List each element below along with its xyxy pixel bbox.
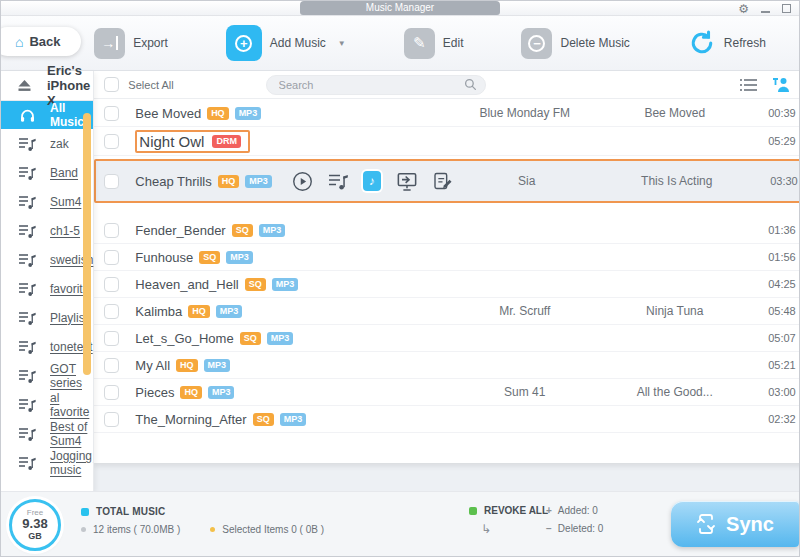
sidebar-item-playlist[interactable]: Playlist [1, 303, 93, 332]
playlist-icon [19, 166, 36, 180]
sidebar-item-jogging-music[interactable]: Jogging music [1, 448, 93, 477]
export-label: Export [133, 36, 168, 50]
search-input[interactable] [279, 79, 464, 91]
song-title: Cheap Thrills [135, 174, 211, 189]
sidebar-item-swedish[interactable]: swedish [1, 245, 93, 274]
send-to-device-icon[interactable]: ♪ [363, 171, 381, 191]
toolbar: ⌂ Back → Export + Add Music ▼ ✎ Edit − D… [1, 16, 799, 71]
refresh-label: Refresh [724, 36, 766, 50]
maximize-icon[interactable] [782, 4, 791, 13]
sync-button[interactable]: Sync [671, 501, 799, 547]
song-album: Bee Moved [600, 106, 750, 120]
song-row[interactable]: Heaven_and_Hell SQ MP3 04:25 [94, 271, 800, 298]
row-checkbox[interactable] [104, 250, 119, 265]
song-title: Kalimba [135, 304, 182, 319]
row-checkbox[interactable] [104, 358, 119, 373]
row-checkbox[interactable] [104, 106, 119, 121]
titlebar: Music Manager ⚙ [1, 1, 799, 16]
export-to-pc-icon[interactable] [396, 171, 418, 191]
song-duration: 05:07 [750, 332, 796, 344]
format-badge: MP3 [259, 224, 286, 237]
settings-gear-icon[interactable]: ⚙ [738, 3, 749, 15]
song-duration: 00:39 [750, 107, 796, 119]
list-view-icon[interactable] [740, 78, 757, 92]
format-badge: MP3 [226, 251, 253, 264]
song-row[interactable]: Night Owl DRM 05:29 [94, 127, 800, 156]
export-button[interactable]: → Export [94, 28, 168, 59]
song-duration: 05:48 [750, 305, 796, 317]
row-checkbox[interactable] [104, 134, 119, 149]
playlist-icon [19, 456, 36, 470]
minimize-icon[interactable] [761, 11, 770, 13]
sidebar-item-favorite[interactable]: favorite [1, 274, 93, 303]
chevron-down-icon[interactable]: ▼ [338, 39, 346, 48]
quality-badge: HQ [207, 107, 229, 120]
sidebar-item-best-of-sum4[interactable]: Best of Sum4 [1, 419, 93, 448]
song-row[interactable]: Bee Moved HQ MP3 Blue Monday FM Bee Move… [94, 100, 800, 127]
play-icon[interactable] [292, 171, 313, 192]
sidebar-item-band[interactable]: Band [1, 158, 93, 187]
sidebar-item-got-series[interactable]: GOT series [1, 361, 93, 390]
playlist-icon [19, 253, 36, 267]
sidebar-item-tonetest[interactable]: tonetest [1, 332, 93, 361]
add-to-playlist-icon[interactable] [328, 173, 348, 190]
song-row[interactable]: Cheap Thrills HQ MP3 ♪ Sia [94, 159, 800, 203]
song-duration: 01:36 [750, 224, 796, 236]
delete-music-button[interactable]: − Delete Music [521, 28, 629, 59]
sidebar-item-al-favorite[interactable]: al favorite [1, 390, 93, 419]
row-checkbox[interactable] [104, 412, 119, 427]
add-music-icon: + [226, 25, 262, 61]
format-badge: MP3 [235, 107, 262, 120]
row-checkbox[interactable] [104, 223, 119, 238]
song-duration: 04:25 [750, 278, 796, 290]
format-badge: MP3 [272, 278, 299, 291]
song-row[interactable]: Let_s_Go_Home SQ MP3 05:07 [94, 325, 800, 352]
edit-song-icon[interactable] [433, 171, 452, 191]
format-badge: MP3 [208, 386, 235, 399]
sidebar-scrollbar[interactable] [83, 113, 91, 375]
free-value: 9.38 [22, 517, 47, 531]
row-checkbox[interactable] [104, 174, 119, 189]
row-checkbox[interactable] [104, 331, 119, 346]
search-box[interactable] [266, 75, 486, 95]
song-title: Heaven_and_Hell [135, 277, 238, 292]
sidebar-item-ch1-5[interactable]: ch1-5 [1, 216, 93, 245]
back-button[interactable]: ⌂ Back [0, 27, 81, 56]
search-icon[interactable] [464, 78, 477, 91]
edit-label: Edit [443, 36, 464, 50]
playlist-icon [19, 137, 36, 151]
sidebar-item-zak[interactable]: zak [1, 129, 93, 158]
edit-button[interactable]: ✎ Edit [404, 28, 464, 59]
playlist-icon [19, 427, 36, 441]
refresh-button[interactable]: Refresh [688, 29, 766, 57]
song-row[interactable]: Fender_Bender SQ MP3 01:36 [94, 217, 800, 244]
items-count-bullet [81, 527, 86, 532]
minus-icon: − [546, 523, 552, 534]
sidebar-item-sum4[interactable]: Sum4 [1, 187, 93, 216]
format-badge: MP3 [216, 305, 243, 318]
song-row[interactable]: The_Morning_After SQ MP3 02:32 [94, 406, 800, 433]
song-duration: 01:56 [750, 251, 796, 263]
selected-items: Selected Items 0 ( 0B ) [222, 524, 324, 535]
format-badge: MP3 [267, 332, 294, 345]
artist-view-icon[interactable] [772, 77, 789, 92]
quality-badge: HQ [218, 175, 240, 188]
row-checkbox[interactable] [104, 277, 119, 292]
add-music-button[interactable]: + Add Music ▼ [226, 25, 346, 61]
song-row[interactable]: Pieces HQ MP3 Sum 41 All the Good... 03:… [94, 379, 800, 406]
song-row[interactable]: Funhouse SQ MP3 01:56 [94, 244, 800, 271]
select-all-checkbox[interactable] [104, 77, 119, 92]
song-row[interactable]: Kalimba HQ MP3 Mr. Scruff Ninja Tuna 05:… [94, 298, 800, 325]
quality-badge: SQ [245, 278, 266, 291]
song-artist: Mr. Scruff [450, 304, 600, 318]
song-duration: 05:21 [750, 359, 796, 371]
revoke-all-label[interactable]: REVOKE ALL [484, 505, 548, 516]
app-window: Music Manager ⚙ ⌂ Back → Export + Add Mu… [0, 0, 800, 557]
song-duration: 02:32 [750, 413, 796, 425]
song-row[interactable]: My All HQ MP3 05:21 [94, 352, 800, 379]
total-music-label: TOTAL MUSIC [96, 506, 165, 517]
eject-icon[interactable] [17, 79, 32, 92]
row-checkbox[interactable] [104, 304, 119, 319]
device-header[interactable]: Eric's iPhone X [1, 71, 93, 101]
row-checkbox[interactable] [104, 385, 119, 400]
